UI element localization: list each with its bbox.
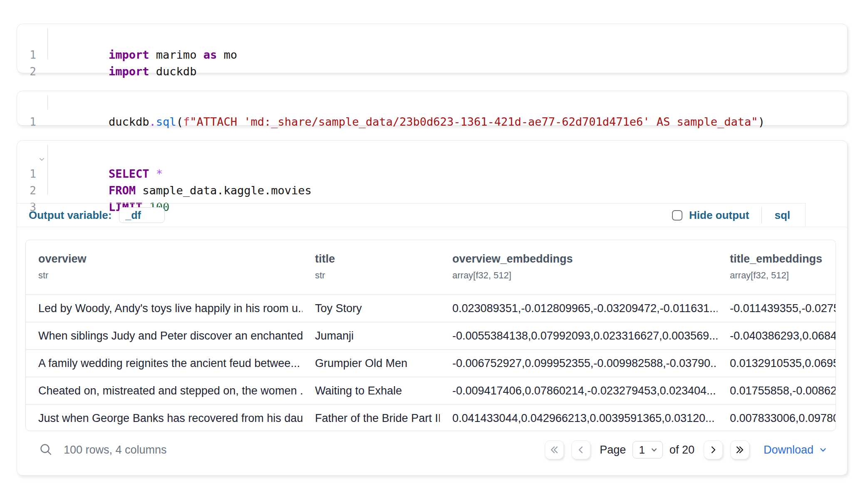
hide-output-label: Hide output xyxy=(689,209,749,222)
table-footer: 100 rows, 4 columns Page 1 of 20 xyxy=(17,436,847,464)
code-line: 1import marimo as mo xyxy=(55,30,847,47)
fold-chevron-icon[interactable] xyxy=(39,150,45,167)
cell-title: Grumpier Old Men xyxy=(303,357,440,370)
cell-title: Father of the Bride Part II xyxy=(303,412,440,425)
last-page-button[interactable] xyxy=(730,440,749,459)
code-token: import xyxy=(109,65,149,78)
output-options-right: Hide output sql xyxy=(672,207,805,223)
table-row: Just when George Banks has recovered fro… xyxy=(26,404,836,431)
code-line: 1duckdb.sql(f"ATTACH 'md:_share/sample_d… xyxy=(55,97,847,114)
column-name: overview xyxy=(38,252,303,266)
column-header-overview[interactable]: overview str xyxy=(26,240,303,294)
column-name: title xyxy=(315,252,440,266)
code-editor[interactable]: 1duckdb.sql(f"ATTACH 'md:_share/sample_d… xyxy=(17,91,847,114)
output-variable-input[interactable]: _df xyxy=(119,207,165,223)
code-token: duckdb xyxy=(149,65,197,78)
cell-title-embeddings: 0.01755858,-0.00862865 xyxy=(717,384,836,397)
code-token: "ATTACH 'md:_share/sample_data/23b0d623-… xyxy=(190,115,758,128)
cell-title: Waiting to Exhale xyxy=(303,384,440,397)
previous-page-button[interactable] xyxy=(571,440,590,459)
column-name: overview_embeddings xyxy=(452,252,717,266)
output-options-bar: Output variable: _df Hide output sql xyxy=(17,203,847,227)
download-label: Download xyxy=(764,444,813,456)
table-row: When siblings Judy and Peter discover an… xyxy=(26,322,836,349)
cell-title-embeddings: 0.0132910535,0.069584 xyxy=(717,357,836,370)
code-line: 3LIMIT 100 xyxy=(55,182,847,199)
code-token: sql xyxy=(156,115,176,128)
pagination: Page 1 of 20 Download xyxy=(545,440,828,459)
notebook-page: 1import marimo as mo 2import duckdb 1duc… xyxy=(0,0,868,496)
cell-overview: Led by Woody, Andy's toys live happily i… xyxy=(26,302,303,315)
column-type: str xyxy=(315,270,440,281)
table-row: Cheated on, mistreated and stepped on, t… xyxy=(26,377,836,404)
code-token: ) xyxy=(758,115,765,128)
cell-overview-embeddings: -0.009417406,0.07860214,-0.023279453,0.0… xyxy=(440,384,717,397)
column-type: str xyxy=(38,270,303,281)
sql-query-cell: 1SELECT * 2FROM sample_data.kaggle.movie… xyxy=(17,140,848,476)
page-label: Page xyxy=(600,444,626,456)
cell-overview: A family wedding reignites the ancient f… xyxy=(26,357,303,370)
cell-title: Toy Story xyxy=(303,302,440,315)
cell-title: Jumanji xyxy=(303,330,440,342)
cell-title-embeddings: -0.011439355,-0.0275256 xyxy=(717,302,836,315)
chevron-down-icon xyxy=(818,445,828,454)
cell-title-embeddings: 0.007833006,0.0978012 xyxy=(717,412,836,425)
cell-overview: Cheated on, mistreated and stepped on, t… xyxy=(26,384,303,397)
cell-overview-embeddings: -0.006752927,0.099952355,-0.009982588,-0… xyxy=(440,357,717,370)
download-button[interactable]: Download xyxy=(764,444,828,456)
code-token: . xyxy=(149,115,156,128)
page-total-label: of 20 xyxy=(670,444,694,456)
search-icon[interactable] xyxy=(37,441,55,459)
output-table: overview str title str overview_embeddin… xyxy=(25,240,836,431)
cell-overview-embeddings: 0.041433044,0.042966213,0.0039591365,0.0… xyxy=(440,412,717,425)
chevron-down-icon xyxy=(650,446,658,454)
code-token: duckdb xyxy=(109,115,149,128)
cell-overview-embeddings: -0.0055384138,0.07992093,0.023316627,0.0… xyxy=(440,330,717,342)
column-type: array[f32, 512] xyxy=(452,270,717,281)
cell-overview: Just when George Banks has recovered fro… xyxy=(26,412,303,425)
column-header-title-embeddings[interactable]: title_embeddings array[f32, 512] xyxy=(717,240,836,294)
output-variable-label: Output variable: xyxy=(29,209,112,222)
page-select-value: 1 xyxy=(639,444,645,456)
column-header-title[interactable]: title str xyxy=(303,240,440,294)
table-header-row: overview str title str overview_embeddin… xyxy=(26,240,836,294)
hide-output-checkbox[interactable] xyxy=(672,210,682,221)
line-number: 1 xyxy=(17,47,36,63)
next-page-button[interactable] xyxy=(704,440,723,459)
line-number: 1 xyxy=(17,166,36,182)
code-line: 2import duckdb xyxy=(55,47,847,63)
code-editor[interactable]: 1SELECT * 2FROM sample_data.kaggle.movie… xyxy=(17,141,847,199)
divider xyxy=(761,207,762,223)
column-type: array[f32, 512] xyxy=(730,270,836,281)
code-line: 1SELECT * xyxy=(55,149,847,166)
code-token: ( xyxy=(176,115,183,128)
code-line: 2FROM sample_data.kaggle.movies xyxy=(55,166,847,182)
line-number: 2 xyxy=(17,63,36,80)
page-select[interactable]: 1 xyxy=(632,441,662,459)
cell-overview-embeddings: 0.023089351,-0.012809965,-0.03209472,-0.… xyxy=(440,302,717,315)
output-options-main: Output variable: _df Hide output sql xyxy=(17,203,805,227)
code-cell-imports: 1import marimo as mo 2import duckdb xyxy=(17,24,848,73)
line-number: 1 xyxy=(17,114,36,130)
row-count-summary: 100 rows, 4 columns xyxy=(64,444,167,456)
column-name: title_embeddings xyxy=(730,252,836,266)
column-header-overview-embeddings[interactable]: overview_embeddings array[f32, 512] xyxy=(440,240,717,294)
language-toggle-sql[interactable]: sql xyxy=(774,209,790,222)
code-editor[interactable]: 1import marimo as mo 2import duckdb xyxy=(17,24,847,63)
code-token: f xyxy=(183,115,190,128)
cell-gutter-right xyxy=(805,203,847,227)
table-row: A family wedding reignites the ancient f… xyxy=(26,349,836,377)
line-number: 2 xyxy=(17,182,36,199)
code-cell-attach: 1duckdb.sql(f"ATTACH 'md:_share/sample_d… xyxy=(17,91,848,126)
cell-title-embeddings: -0.040386293,0.0684511 xyxy=(717,330,836,342)
table-row: Led by Woody, Andy's toys live happily i… xyxy=(26,294,836,322)
cell-overview: When siblings Judy and Peter discover an… xyxy=(26,330,303,342)
first-page-button[interactable] xyxy=(545,440,564,459)
